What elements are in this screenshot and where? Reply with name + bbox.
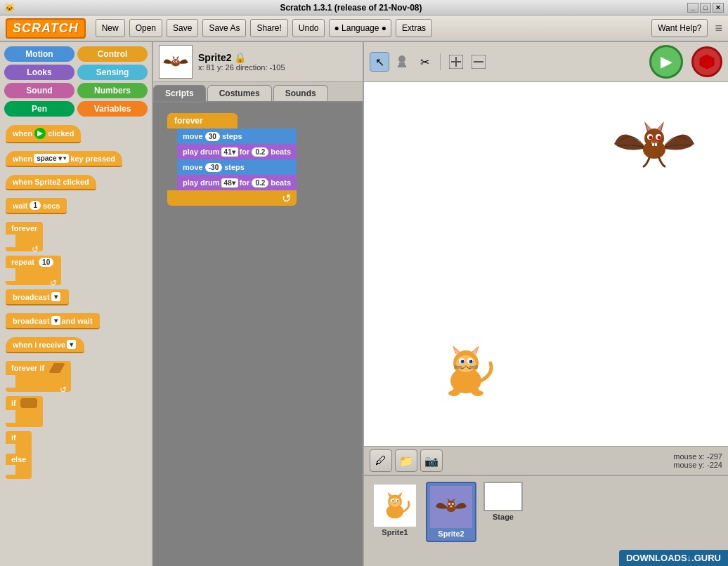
stop-icon — [698, 53, 715, 70]
stage-thumb[interactable]: Stage — [482, 482, 524, 521]
svg-rect-51 — [652, 143, 654, 146]
bat-sprite — [609, 110, 700, 183]
save-as-button[interactable]: Save As — [202, 19, 246, 37]
content-area: Motion Control Looks Sensing Sound Numbe… — [0, 42, 728, 566]
category-numbers[interactable]: Numbers — [77, 83, 148, 98]
block-if-else[interactable]: if else — [6, 431, 146, 479]
svg-point-28 — [462, 360, 464, 362]
svg-point-26 — [461, 360, 464, 364]
add-sprite-camera-btn[interactable]: 📷 — [420, 449, 443, 472]
svg-point-23 — [456, 355, 476, 372]
go-icon: ▶ — [661, 53, 672, 71]
help-button[interactable]: Want Help? — [651, 19, 708, 37]
tab-scripts[interactable]: Scripts — [153, 85, 206, 101]
language-button[interactable]: ● Language ● — [329, 19, 391, 37]
mouse-x-label: mouse x: — [673, 452, 705, 461]
sprite-coords: x: 81 y: 26 direction: -105 — [198, 63, 357, 72]
svg-point-60 — [392, 500, 394, 501]
svg-marker-2 — [173, 56, 176, 60]
stage-area: ↖ ✂ ▶ — [364, 42, 728, 566]
block-when-sprite-clicked[interactable]: when Sprite2 clicked — [6, 175, 146, 194]
block-broadcast-wait[interactable]: broadcast ▾ and wait — [6, 313, 146, 333]
category-pen[interactable]: Pen — [4, 101, 74, 117]
category-variables[interactable]: Variables — [77, 101, 148, 117]
scissors-tool[interactable]: ✂ — [415, 52, 434, 72]
block-move-30[interactable]: move 30 steps — [177, 129, 297, 144]
svg-point-29 — [471, 360, 472, 362]
block-repeat[interactable]: repeat 10 ↺ — [6, 256, 146, 285]
save-button[interactable]: Save — [167, 19, 198, 37]
category-sound[interactable]: Sound — [4, 83, 74, 98]
new-button[interactable]: New — [96, 19, 125, 37]
svg-rect-52 — [655, 143, 657, 146]
mouse-coords: mouse x: -297 mouse y: -224 — [673, 452, 722, 469]
svg-marker-65 — [448, 498, 450, 501]
blocks-panel: Motion Control Looks Sensing Sound Numbe… — [0, 42, 153, 566]
stage-preview-box — [483, 482, 523, 511]
block-wait[interactable]: wait 1 secs — [6, 198, 146, 218]
loop-arrow-icon: ↺ — [282, 192, 291, 205]
forever-block-bottom: ↺ — [167, 190, 297, 206]
open-button[interactable]: Open — [129, 19, 162, 37]
svg-marker-16 — [700, 55, 714, 69]
stage-canvas[interactable] — [364, 82, 728, 446]
undo-button[interactable]: Undo — [292, 19, 325, 37]
block-play-drum-48[interactable]: play drum 48▾ for 0.2 beats — [177, 175, 297, 190]
block-play-drum-41[interactable]: play drum 41▾ for 0.2 beats — [177, 144, 297, 159]
sprite-thumb-2[interactable]: Sprite2 — [426, 482, 476, 542]
svg-rect-9 — [399, 62, 405, 65]
category-sensing[interactable]: Sensing — [77, 65, 148, 80]
block-move-neg30[interactable]: move -30 steps — [177, 159, 297, 175]
sprite1-icon — [374, 485, 416, 527]
block-broadcast[interactable]: broadcast ▾ — [6, 289, 146, 309]
stop-button[interactable] — [691, 46, 722, 77]
svg-point-50 — [652, 140, 656, 143]
zoom-out-tool[interactable] — [469, 52, 488, 72]
block-forever-outer[interactable]: forever — [167, 113, 238, 129]
tab-sounds[interactable]: Sounds — [273, 85, 328, 101]
go-button[interactable]: ▶ — [649, 45, 683, 79]
svg-point-27 — [469, 360, 473, 364]
options-icon[interactable]: ≡ — [715, 21, 722, 36]
scratch-logo: SCRATCH — [6, 18, 86, 39]
svg-point-48 — [658, 136, 661, 140]
titlebar: 🐱 Scratch 1.3.1 (release of 21-Nov-08) _… — [0, 0, 728, 15]
zoom-in-tool[interactable] — [446, 52, 466, 72]
svg-point-7 — [177, 61, 178, 62]
minimize-btn[interactable]: _ — [687, 3, 698, 13]
sprite2-icon — [430, 486, 472, 528]
mouse-y-label: mouse y: — [673, 461, 705, 469]
svg-point-61 — [397, 500, 398, 501]
add-sprite-paint-btn[interactable]: 🖊 — [370, 449, 392, 472]
svg-point-57 — [389, 497, 401, 506]
window-controls[interactable]: _ □ ✕ — [687, 3, 724, 13]
stamp-tool[interactable] — [392, 52, 412, 72]
script-canvas[interactable]: forever move 30 steps play drum 41▾ for … — [153, 103, 363, 566]
block-when-clicked[interactable]: when ▶ clicked — [6, 125, 146, 147]
svg-rect-10 — [398, 65, 406, 67]
extras-button[interactable]: Extras — [396, 19, 432, 37]
stage-label: Stage — [493, 513, 514, 521]
block-if[interactable]: if — [6, 396, 146, 427]
block-forever-if[interactable]: forever if ↺ — [6, 361, 146, 392]
sprite-thumb-1[interactable]: Sprite1 — [370, 482, 420, 539]
block-forever[interactable]: forever ↺ — [6, 222, 146, 251]
cursor-tool[interactable]: ↖ — [370, 52, 389, 72]
title-icon: 🐱 — [4, 3, 15, 13]
add-sprite-file-btn[interactable]: 📁 — [395, 449, 417, 472]
tab-costumes[interactable]: Costumes — [207, 85, 272, 101]
block-when-key[interactable]: when space ▾ key pressed — [6, 151, 146, 171]
share-button[interactable]: Share! — [250, 19, 287, 37]
svg-point-8 — [398, 55, 405, 62]
svg-marker-3 — [176, 56, 179, 60]
sprite-preview — [162, 49, 190, 74]
block-when-receive[interactable]: when I receive ▾ — [6, 337, 146, 357]
maximize-btn[interactable]: □ — [700, 3, 711, 13]
svg-marker-55 — [387, 492, 392, 497]
category-looks[interactable]: Looks — [4, 65, 74, 80]
window-title: Scratch 1.3.1 (release of 21-Nov-08) — [280, 3, 422, 13]
main-window: SCRATCH New Open Save Save As Share! Und… — [0, 15, 728, 566]
category-control[interactable]: Control — [77, 46, 148, 62]
close-btn[interactable]: ✕ — [713, 3, 724, 13]
category-motion[interactable]: Motion — [4, 46, 74, 62]
